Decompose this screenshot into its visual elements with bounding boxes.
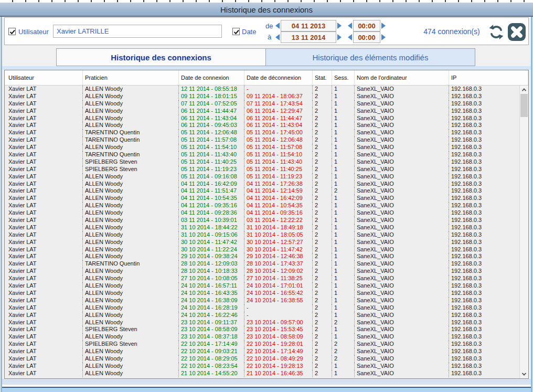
column-header[interactable]: Stat. <box>313 70 332 85</box>
cell: 1 <box>332 100 355 108</box>
time-to-increment-arrow[interactable] <box>381 34 386 40</box>
cell: 1 <box>332 122 355 129</box>
scroll-down-button[interactable] <box>520 370 528 378</box>
table-row[interactable]: Xavier LATALLEN Woody30 10 2014 - 11:22:… <box>5 246 528 253</box>
table-row[interactable]: Xavier LATALLEN Woody27 10 2014 - 10:08:… <box>5 275 528 282</box>
date-from-decrement-arrow[interactable] <box>275 23 280 29</box>
table-row[interactable]: Xavier LATALLEN Woody04 11 2014 - 09:35:… <box>5 202 528 209</box>
time-to-decrement-arrow[interactable] <box>348 34 352 40</box>
window-titlebar[interactable]: Historique des connexions <box>0 3 533 17</box>
table-row[interactable]: Xavier LATTARENTINO Quentin05 11 2014 - … <box>5 136 528 144</box>
table-row[interactable]: Xavier LATSPIELBERG Steven22 10 2014 - 1… <box>5 341 528 348</box>
table-row[interactable]: Xavier LATALLEN Woody24 10 2014 - 16:38:… <box>5 297 528 304</box>
table-row[interactable]: Xavier LATALLEN Woody22 10 2014 - 08:23:… <box>5 363 528 370</box>
table-row[interactable]: Xavier LATTARENTINO Quentin05 11 2014 - … <box>5 129 528 136</box>
cell: SaneXL_VAIO <box>355 158 449 166</box>
table-row[interactable]: Xavier LATALLEN Woody06 11 2014 - 09:45:… <box>5 122 528 129</box>
column-header[interactable]: Date de connexion <box>179 70 244 85</box>
table-row[interactable]: Xavier LATALLEN Woody23 10 2014 - 08:37:… <box>5 333 528 341</box>
cell: - <box>244 86 313 93</box>
scrollbar-thumb[interactable] <box>520 94 528 117</box>
user-input[interactable] <box>53 25 222 38</box>
table-row[interactable]: Xavier LATALLEN Woody22 10 2014 - 09:03:… <box>5 348 528 355</box>
table-row[interactable]: Xavier LATALLEN Woody05 11 2014 - 11:54:… <box>5 144 528 151</box>
scroll-up-button[interactable] <box>520 86 528 93</box>
table-row[interactable]: Xavier LATALLEN Woody04 11 2014 - 10:54:… <box>5 195 528 202</box>
table-row[interactable]: Xavier LATALLEN Woody04 11 2014 - 16:42:… <box>5 181 528 188</box>
checkmark-icon <box>233 28 240 36</box>
cell: SaneXL_VAIO <box>355 151 449 158</box>
cell: 192.168.0.3 <box>449 144 528 151</box>
cell: TARENTINO Quentin <box>83 129 179 136</box>
table-row[interactable]: Xavier LATALLEN Woody06 11 2014 - 11:43:… <box>5 115 528 122</box>
refresh-button[interactable] <box>488 24 504 42</box>
tab-underline-strip <box>2 66 531 70</box>
table-row[interactable]: Xavier LATALLEN Woody24 10 2014 - 16:28:… <box>5 304 528 312</box>
cell: 2 <box>313 224 332 231</box>
cell: SaneXL_VAIO <box>355 282 449 290</box>
cell: Xavier LAT <box>5 282 83 290</box>
cell: 28 10 2014 - 10:18:33 <box>179 268 244 275</box>
table-row[interactable]: Xavier LATALLEN Woody24 10 2014 - 16:22:… <box>5 312 528 319</box>
cell: 28 10 2014 - 12:09:02 <box>244 268 313 275</box>
cell: ALLEN Woody <box>83 355 179 363</box>
table-row[interactable]: Xavier LATALLEN Woody24 10 2014 - 16:57:… <box>5 282 528 290</box>
date-to-value[interactable]: 13 11 2014 <box>281 31 336 43</box>
table-row[interactable]: Xavier LATALLEN Woody31 10 2014 - 09:15:… <box>5 231 528 239</box>
table-row[interactable]: Xavier LATSPIELBERG Steven23 10 2014 - 0… <box>5 326 528 333</box>
column-header[interactable]: Nom de l'ordinateur <box>355 70 449 85</box>
column-header[interactable]: Date de déconnexion <box>244 70 313 85</box>
table-row[interactable]: Xavier LATALLEN Woody04 11 2014 - 11:51:… <box>5 187 528 195</box>
table-row[interactable]: Xavier LATALLEN Woody12 11 2014 - 08:55:… <box>5 86 528 93</box>
table-row[interactable]: Xavier LATALLEN Woody09 11 2014 - 18:01:… <box>5 93 528 100</box>
cell: 24 10 2014 - 16:57:11 <box>179 282 244 290</box>
cell: ALLEN Woody <box>83 231 179 239</box>
column-header[interactable]: Utilisateur <box>5 70 83 85</box>
cell: 07 11 2014 - 17:43:54 <box>244 100 313 108</box>
table-row[interactable]: Xavier LATALLEN Woody28 10 2014 - 10:18:… <box>5 268 528 275</box>
date-from-value[interactable]: 04 11 2013 <box>281 20 336 31</box>
table-row[interactable]: Xavier LATALLEN Woody29 10 2014 - 09:38:… <box>5 253 528 260</box>
cell: SaneXL_VAIO <box>355 166 449 173</box>
cell: 31 10 2014 - 18:49:18 <box>244 224 313 231</box>
cell: SaneXL_VAIO <box>355 108 449 115</box>
table-row[interactable]: Xavier LATSPIELBERG Steven05 11 2014 - 1… <box>5 166 528 173</box>
cell: 24 10 2014 - 16:55:42 <box>244 290 313 297</box>
column-header[interactable]: Praticien <box>83 70 179 85</box>
time-from-decrement-arrow[interactable] <box>348 23 352 29</box>
vertical-scrollbar[interactable] <box>519 86 528 378</box>
table-row[interactable]: Xavier LATALLEN Woody22 10 2014 - 08:29:… <box>5 355 528 363</box>
date-to-decrement-arrow[interactable] <box>275 34 280 40</box>
time-to-value[interactable]: 00:00 <box>353 31 380 43</box>
cell: 04 11 2014 - 16:42:09 <box>179 181 244 188</box>
table-row[interactable]: Xavier LATTARENTINO Quentin05 11 2014 - … <box>5 151 528 158</box>
table-row[interactable]: Xavier LATALLEN Woody04 11 2014 - 09:28:… <box>5 209 528 217</box>
table-row[interactable]: Xavier LATSPIELBERG Steven05 11 2014 - 1… <box>5 158 528 166</box>
tab-historique-connexions[interactable]: Historique des connexions <box>56 48 266 66</box>
table-row[interactable]: Xavier LATALLEN Woody03 11 2014 - 10:39:… <box>5 217 528 224</box>
table-row[interactable]: Xavier LATALLEN Woody21 10 2014 - 14:55:… <box>5 370 528 377</box>
table-row[interactable]: Xavier LATALLEN Woody06 11 2014 - 11:44:… <box>5 108 528 115</box>
tab-historique-elements-modifies[interactable]: Historique des éléments modifiés <box>265 48 475 66</box>
date-from-increment-arrow[interactable] <box>337 23 342 29</box>
table-row[interactable]: Xavier LATALLEN Woody30 10 2014 - 11:47:… <box>5 239 528 246</box>
close-button[interactable] <box>507 23 526 44</box>
table-row[interactable]: Xavier LATALLEN Woody31 10 2014 - 18:44:… <box>5 224 528 231</box>
table-row[interactable]: Xavier LATALLEN Woody23 10 2014 - 09:11:… <box>5 319 528 326</box>
user-checkbox[interactable] <box>8 28 16 35</box>
cell: 192.168.0.3 <box>449 290 528 297</box>
date-checkbox[interactable] <box>232 28 240 35</box>
table-row[interactable]: Xavier LATALLEN Woody05 11 2014 - 09:16:… <box>5 173 528 181</box>
time-from-increment-arrow[interactable] <box>381 23 386 29</box>
cell: 192.168.0.3 <box>449 253 528 260</box>
column-header[interactable]: Sess. <box>332 70 355 85</box>
cell: 22 10 2014 - 08:49:29 <box>244 355 313 363</box>
table-row[interactable]: Xavier LATALLEN Woody07 11 2014 - 07:52:… <box>5 100 528 108</box>
cell: 22 10 2014 - 08:23:54 <box>179 363 244 370</box>
table-row[interactable]: Xavier LATALLEN Woody24 10 2014 - 16:43:… <box>5 290 528 297</box>
date-to-increment-arrow[interactable] <box>337 34 342 40</box>
column-header[interactable]: IP <box>449 70 528 85</box>
refresh-icon <box>488 24 504 40</box>
table-row[interactable]: Xavier LATTARENTINO Quentin28 10 2014 - … <box>5 260 528 268</box>
time-from-value[interactable]: 00:00 <box>353 20 380 31</box>
